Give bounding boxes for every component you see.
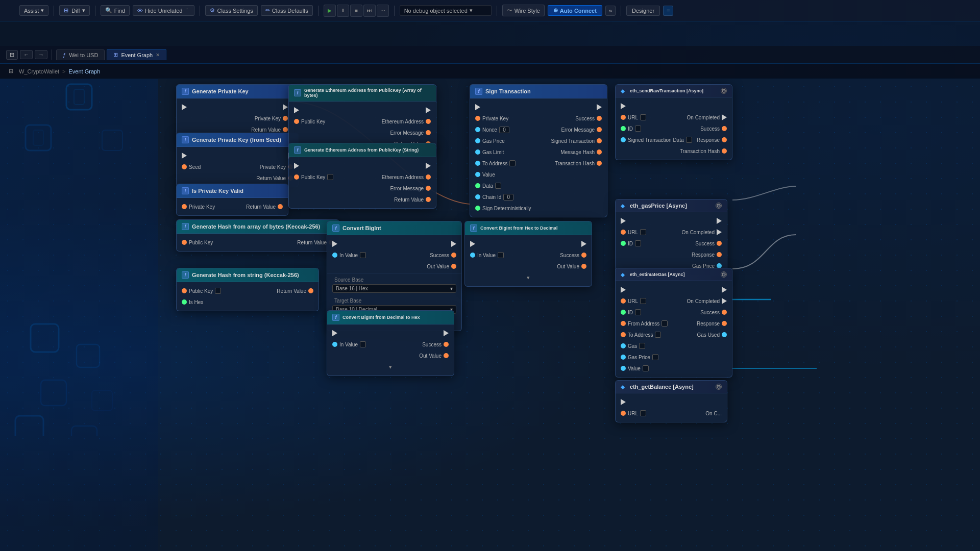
dec-hex-inval-row: In Value Success — [327, 339, 454, 350]
node-title-hash-str: Generate Hash from string (Keccak-256) — [192, 272, 299, 278]
step-btn[interactable]: ⏭ — [363, 5, 376, 17]
eth-icon-est: ◆ — [621, 272, 625, 278]
hide-unrelated-btn[interactable]: 👁 Hide Unrelated ⋮ — [133, 5, 194, 16]
send-response-port — [722, 137, 727, 142]
sign-chainid-val[interactable]: 0 — [503, 194, 513, 201]
est-gas-label: Gas — [628, 343, 637, 349]
sign-msghash-label: Message Hash — [560, 149, 595, 155]
tab-close-btn[interactable]: ✕ — [156, 52, 160, 58]
send-id-check[interactable] — [635, 126, 641, 132]
gear-icon: ⚙ — [210, 7, 215, 14]
est-from-check[interactable] — [662, 320, 668, 327]
node-body-gas-price: URL On Completed ID Success — [616, 212, 727, 274]
designer-btn[interactable]: Designer — [626, 6, 660, 16]
eth-str-error-row: Error Message — [289, 183, 436, 194]
class-defaults-label: Class Defaults — [272, 8, 308, 14]
eth-str-pubkey-check[interactable] — [327, 174, 333, 180]
est-success-port — [722, 310, 727, 315]
node-header-gas-price: ◆ eth_gasPrice [Async] — [616, 199, 727, 212]
node-title-get-balance: eth_getBalance [Async] — [630, 384, 694, 390]
search-icon: 🔍 — [105, 7, 112, 14]
dec-hex-expand[interactable]: ▾ — [389, 364, 392, 370]
forward-btn[interactable]: → — [35, 50, 47, 59]
find-btn[interactable]: 🔍 Find — [101, 5, 130, 16]
node-body-valid: Private Key Return Value — [177, 198, 288, 215]
bal-url-port — [621, 411, 626, 416]
est-value-check[interactable] — [643, 365, 649, 371]
sign-nonce-val[interactable]: 0 — [499, 127, 509, 133]
breadcrumb-wallet[interactable]: W_CryptoWallet — [19, 68, 59, 74]
send-id-label: ID — [628, 126, 633, 132]
hex-dec-inval-check[interactable] — [498, 252, 504, 258]
tab-event-graph[interactable]: ⊞ Event Graph ✕ — [107, 49, 166, 60]
dec-hex-inval-port — [332, 342, 337, 347]
node-gen-hash-bytes: f Generate Hash from array of bytes (Kec… — [176, 219, 339, 252]
grid-view-btn[interactable]: ⊞ — [6, 50, 18, 60]
exec-row — [177, 102, 293, 113]
gas-url-port — [621, 230, 626, 235]
more-btn[interactable]: ⋯ — [377, 5, 389, 17]
dec-hex-outval-label: Out Value — [419, 353, 442, 359]
bal-url-check[interactable] — [640, 410, 646, 416]
gas-exec-row — [616, 215, 727, 227]
send-url-check[interactable] — [640, 114, 646, 120]
est-gas-row: Gas — [616, 340, 732, 352]
est-gas-used-label: Gas Used — [697, 332, 720, 338]
node-header-is-valid: f Is Private Key Valid — [177, 184, 288, 198]
node-body-balance: URL On C... — [616, 393, 727, 422]
node-title-gas-price: eth_gasPrice [Async] — [630, 203, 687, 209]
assist-label: Assist — [24, 8, 39, 14]
hex-dec-expand[interactable]: ▾ — [527, 274, 530, 281]
dec-hex-exec-in — [332, 330, 337, 336]
sign-txhash-port — [597, 161, 602, 166]
extra-btn[interactable]: ≡ — [663, 6, 673, 16]
hash-str-pubkey-check[interactable] — [215, 288, 221, 294]
est-gasprice-check[interactable] — [652, 354, 658, 360]
conv-inval-check[interactable] — [360, 252, 366, 258]
func-badge-hash: f — [182, 223, 189, 230]
conv-source-base-dropdown[interactable]: Base 16 | Hex ▾ — [332, 284, 456, 293]
valid-return-label: Return Value — [246, 204, 276, 210]
canvas-area[interactable]: f Generate Private Key Private Key Retur… — [0, 79, 980, 551]
gas-id-check[interactable] — [635, 240, 641, 246]
back-btn[interactable]: ← — [20, 50, 33, 59]
breadcrumb-home-btn[interactable]: ⊞ — [6, 67, 16, 75]
hex-dec-exec-out — [581, 241, 586, 247]
sign-data-check[interactable] — [495, 183, 501, 189]
seed-label: Seed — [189, 164, 201, 170]
est-id-check[interactable] — [635, 309, 641, 315]
est-url-check[interactable] — [640, 298, 646, 304]
dec-hex-check[interactable] — [360, 341, 366, 347]
tab-wei-usd[interactable]: ƒ Wei to USD — [56, 49, 105, 60]
send-signedtx-check[interactable] — [686, 137, 692, 143]
est-gas-check[interactable] — [639, 343, 645, 349]
node-title-valid: Is Private Key Valid — [192, 188, 243, 194]
assist-btn[interactable]: Assist ▾ — [19, 5, 48, 16]
node-body-hash-string: Public Key Return Value Is Hex — [177, 282, 318, 311]
wire-style-btn[interactable]: 〜 Wire Style — [502, 5, 545, 16]
est-to-check[interactable] — [655, 332, 661, 338]
node-header-convert: f Convert BigInt — [327, 221, 461, 235]
eth-str-pubkey-label: Public Key — [301, 174, 325, 180]
dec-hex-expand-row: ▾ — [327, 361, 454, 372]
sign-privkey-row: Private Key Success — [470, 113, 607, 124]
hex-dec-inval-row: In Value Success — [465, 249, 592, 261]
sign-toaddr-check[interactable] — [509, 160, 516, 166]
more-toolbar-btn[interactable]: » — [605, 6, 616, 16]
eth-icon-bal: ◆ — [621, 384, 625, 390]
class-defaults-btn[interactable]: ✏ Class Defaults — [261, 5, 313, 16]
auto-connect-btn[interactable]: ⊕ Auto Connect — [548, 5, 602, 16]
eth-exec-row — [289, 105, 436, 116]
class-settings-btn[interactable]: ⚙ Class Settings — [205, 5, 257, 16]
pause-btn[interactable]: ⏸ — [337, 5, 349, 17]
est-gasprice-port — [621, 355, 626, 360]
gas-url-check[interactable] — [640, 229, 646, 235]
est-response-label: Response — [697, 321, 720, 327]
node-gen-private-seed: f Generate Private Key (from Seed) Seed … — [176, 133, 299, 187]
play-btn[interactable]: ▶ — [324, 5, 336, 17]
eth-pubkey-row: Public Key Ethereum Address — [289, 116, 436, 127]
debug-selector[interactable]: No debug object selected ▾ — [400, 5, 492, 16]
assist-chevron: ▾ — [41, 7, 44, 14]
diff-btn[interactable]: ⊞ Diff ▾ — [59, 5, 89, 16]
stop-btn[interactable]: ■ — [350, 5, 362, 17]
